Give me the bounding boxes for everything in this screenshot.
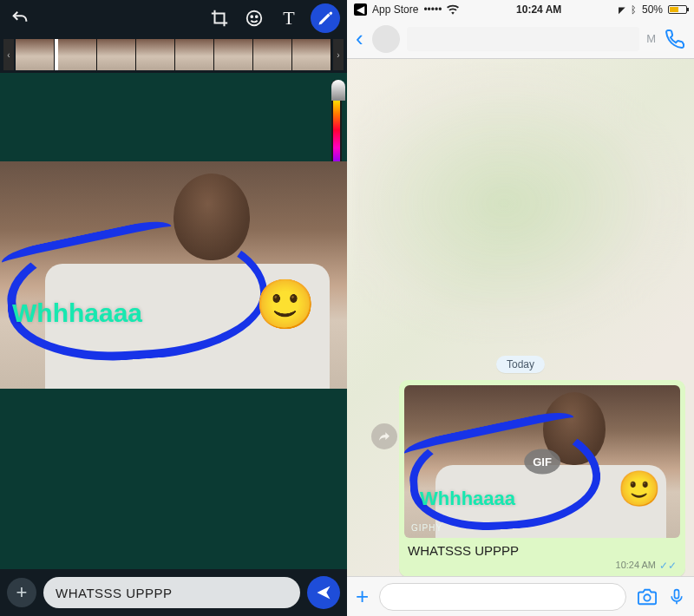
- back-button[interactable]: ‹: [356, 25, 363, 52]
- overlay-emoji-sticker[interactable]: 🙂: [255, 276, 316, 333]
- signal-dots-icon: •••••: [423, 3, 442, 16]
- trim-end-handle[interactable]: ›: [333, 39, 344, 70]
- svg-point-1: [251, 16, 252, 17]
- editor-bottom-bar: + WHATSSS UPPPP: [0, 569, 347, 616]
- gif-trim-filmstrip[interactable]: ‹ ›: [0, 36, 347, 73]
- battery-pct: 50%: [642, 3, 663, 16]
- mic-button[interactable]: [668, 587, 685, 607]
- chat-input-bar: +: [347, 576, 694, 616]
- chat-pane: ◀ App Store ••••• 10:24 AM ◤ ᛒ 50% ‹ M T…: [347, 0, 694, 616]
- emoji-button[interactable]: [241, 5, 267, 31]
- location-icon: ◤: [619, 5, 625, 15]
- battery-icon: [668, 5, 687, 14]
- text-button[interactable]: T: [276, 5, 302, 31]
- contact-letter: M: [646, 32, 656, 45]
- status-time: 10:24 AM: [516, 3, 561, 16]
- gif-source-label: GIPHY: [411, 523, 442, 533]
- chat-body[interactable]: Today Whhhaaaa 🙂 GIF GIPHY WHATSSS UPPPP…: [347, 59, 694, 576]
- playhead-handle[interactable]: [55, 39, 58, 70]
- back-to-app-label[interactable]: App Store: [372, 3, 418, 16]
- svg-point-2: [256, 16, 258, 17]
- overlay-emoji-sticker: 🙂: [618, 469, 661, 509]
- camera-button[interactable]: [637, 587, 658, 606]
- back-to-app[interactable]: ◀: [354, 3, 367, 16]
- media-canvas[interactable]: Whhhaaaa 🙂: [0, 161, 347, 389]
- read-ticks-icon: ✓✓: [659, 560, 677, 572]
- gif-badge: GIF: [524, 449, 560, 475]
- outgoing-message-bubble[interactable]: Whhhaaaa 🙂 GIF GIPHY WHATSSS UPPPP 10:24…: [399, 380, 685, 577]
- forward-button[interactable]: [371, 423, 397, 449]
- message-time: 10:24 AM: [616, 560, 656, 572]
- overlay-text: Whhhaaaa: [420, 488, 515, 510]
- contact-avatar: [372, 25, 400, 53]
- date-divider: Today: [496, 356, 545, 373]
- svg-point-3: [644, 594, 650, 600]
- wifi-icon: [447, 4, 459, 15]
- filmstrip-frames[interactable]: [16, 39, 331, 70]
- svg-rect-4: [675, 589, 679, 598]
- gif-attachment[interactable]: Whhhaaaa 🙂 GIF GIPHY: [404, 385, 680, 538]
- message-caption: WHATSSS UPPPP: [404, 538, 680, 560]
- caption-input[interactable]: WHATSSS UPPPP: [43, 577, 300, 608]
- crop-button[interactable]: [206, 5, 232, 31]
- call-button[interactable]: [665, 29, 685, 49]
- contact-name-redacted: [407, 27, 639, 51]
- blurred-prior-messages: [356, 64, 685, 342]
- contact-title[interactable]: M: [372, 25, 656, 53]
- media-editor-pane: T ‹ › Whhhaaaa 🙂 + WHATSSS UPPPP: [0, 0, 347, 616]
- undo-button[interactable]: [7, 5, 33, 31]
- ios-status-bar: ◀ App Store ••••• 10:24 AM ◤ ᛒ 50%: [347, 0, 694, 19]
- message-input[interactable]: [379, 583, 626, 611]
- add-media-button[interactable]: +: [7, 578, 36, 607]
- chat-header: ‹ M: [347, 19, 694, 59]
- message-meta: 10:24 AM ✓✓: [404, 560, 680, 573]
- send-button[interactable]: [307, 576, 340, 609]
- trim-start-handle[interactable]: ‹: [3, 39, 14, 70]
- bluetooth-icon: ᛒ: [631, 4, 637, 15]
- attach-button[interactable]: +: [356, 583, 369, 610]
- svg-point-0: [247, 11, 262, 26]
- draw-button[interactable]: [311, 3, 340, 33]
- overlay-text[interactable]: Whhhaaaa: [12, 298, 142, 328]
- editor-toolbar: T: [0, 0, 347, 36]
